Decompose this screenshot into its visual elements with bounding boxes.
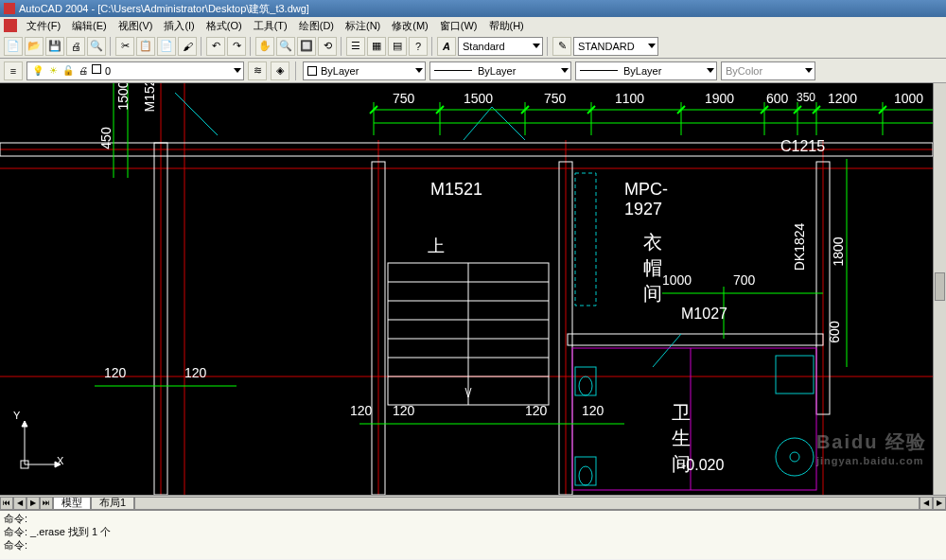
chevron-down-icon	[648, 44, 656, 48]
menu-modify[interactable]: 修改(M)	[386, 19, 434, 33]
dim-style-icon[interactable]: ✎	[552, 37, 571, 56]
dim-750: 750	[393, 91, 414, 106]
dim-1000b: 1000	[662, 272, 692, 288]
dim-120f: 120	[582, 403, 604, 418]
separator	[295, 61, 297, 80]
designcenter-icon[interactable]: ▦	[367, 37, 386, 56]
linetype-preview	[434, 70, 472, 71]
dim-120c: 120	[350, 403, 372, 418]
dim-1800: 1800	[831, 236, 846, 266]
tab-and-scroll-row: ⏮ ◀ ▶ ⏭ 模型 布局1 ◀ ▶	[0, 495, 946, 510]
redo-icon[interactable]: ↷	[227, 37, 246, 56]
svg-point-28	[790, 452, 799, 462]
label-level: -0.020	[681, 457, 724, 474]
dim-120d: 120	[393, 403, 414, 418]
command-line-3: 命令:	[4, 538, 942, 551]
menu-format[interactable]: 格式(O)	[201, 19, 248, 33]
dim-450: 450	[98, 127, 114, 149]
menu-dimension[interactable]: 标注(N)	[340, 19, 386, 33]
dim-700: 700	[733, 272, 755, 288]
tab-next-icon[interactable]: ▶	[26, 497, 40, 510]
chevron-down-icon	[805, 68, 813, 73]
color-combo[interactable]: ByLayer	[303, 61, 426, 80]
menu-help[interactable]: 帮助(H)	[483, 19, 530, 33]
tab-last-icon[interactable]: ⏭	[40, 497, 53, 510]
undo-icon[interactable]: ↶	[206, 37, 225, 56]
layer-combo[interactable]: 💡 ☀ 🔓 🖨 0	[26, 61, 244, 80]
layer-prev-icon[interactable]: ≋	[248, 61, 267, 80]
menu-tools[interactable]: 工具(T)	[248, 19, 293, 33]
scroll-thumb[interactable]	[935, 272, 945, 301]
toolpalettes-icon[interactable]: ▤	[388, 37, 407, 56]
text-style-icon[interactable]: A	[437, 37, 456, 56]
svg-point-27	[776, 438, 814, 476]
dim-1100: 1100	[615, 91, 644, 106]
menu-bar: 文件(F) 编辑(E) 视图(V) 插入(I) 格式(O) 工具(T) 绘图(D…	[0, 17, 946, 34]
layer-name: 0	[105, 65, 111, 77]
zoom-prev-icon[interactable]: ⟲	[318, 37, 337, 56]
toolbar-main: 📄 📂 💾 🖨 🔍 ✂ 📋 📄 🖌 ↶ ↷ ✋ 🔍 🔲 ⟲ ☰ ▦ ▤ ? A …	[0, 34, 946, 59]
preview-icon[interactable]: 🔍	[87, 37, 106, 56]
layer-states-icon[interactable]: ◈	[271, 61, 289, 80]
plotstyle-value: ByColor	[726, 65, 762, 77]
lineweight-combo[interactable]: ByLayer	[575, 61, 717, 80]
lock-icon: 🔓	[61, 64, 75, 78]
zoom-realtime-icon[interactable]: 🔍	[276, 37, 295, 56]
scrollbar-horizontal[interactable]	[134, 497, 920, 510]
match-icon[interactable]: 🖌	[178, 37, 197, 56]
dim-1000: 1000	[894, 91, 923, 106]
copy-icon[interactable]: 📋	[136, 37, 155, 56]
tab-prev-icon[interactable]: ◀	[13, 497, 26, 510]
chevron-down-icon	[533, 44, 540, 48]
autocad-icon[interactable]	[4, 19, 17, 32]
svg-point-23	[579, 376, 592, 395]
dim-1900: 1900	[705, 91, 734, 106]
properties-icon[interactable]: ☰	[346, 37, 365, 56]
tab-model[interactable]: 模型	[53, 497, 91, 510]
cut-icon[interactable]: ✂	[115, 37, 134, 56]
color-value: ByLayer	[321, 65, 359, 77]
dim-120a: 120	[104, 365, 126, 380]
linetype-combo[interactable]: ByLayer	[429, 61, 571, 80]
zoom-window-icon[interactable]: 🔲	[297, 37, 316, 56]
label-shang: 上	[428, 235, 445, 257]
tab-first-icon[interactable]: ⏮	[0, 497, 13, 510]
text-style-value: Standard	[463, 41, 505, 52]
drawing-canvas[interactable]: 750 1500 750 1100 1900 600 350 1200 1000…	[0, 83, 946, 495]
ucs-icon: Y X	[13, 410, 70, 478]
text-style-combo[interactable]: Standard	[458, 37, 543, 56]
tab-layout1[interactable]: 布局1	[91, 497, 134, 510]
layer-manager-icon[interactable]: ≡	[4, 61, 23, 80]
pan-icon[interactable]: ✋	[255, 37, 274, 56]
dim-style-value: STANDARD	[578, 41, 635, 52]
lightbulb-icon: 💡	[31, 64, 44, 78]
menu-window[interactable]: 窗口(W)	[434, 19, 483, 33]
dim-600: 600	[766, 91, 788, 106]
menu-edit[interactable]: 编辑(E)	[66, 19, 113, 33]
scrollbar-vertical[interactable]	[933, 83, 946, 495]
print-icon[interactable]: 🖨	[66, 37, 85, 56]
lineweight-value: ByLayer	[623, 65, 661, 77]
menu-file[interactable]: 文件(F)	[21, 19, 66, 33]
new-icon[interactable]: 📄	[4, 37, 23, 56]
command-window[interactable]: 命令: 命令: _.erase 找到 1 个 命令:	[0, 510, 946, 559]
menu-view[interactable]: 视图(V)	[113, 19, 159, 33]
dim-style-combo[interactable]: STANDARD	[573, 37, 658, 56]
save-icon[interactable]: 💾	[45, 37, 64, 56]
scroll-left-icon[interactable]: ◀	[920, 497, 933, 510]
title-bar: AutoCAD 2004 - [C:\Users\Administrator\D…	[0, 0, 946, 17]
plotstyle-combo[interactable]: ByColor	[721, 61, 815, 80]
command-line-1: 命令:	[4, 512, 942, 525]
help-icon[interactable]: ?	[409, 37, 428, 56]
app-icon	[4, 3, 15, 14]
svg-rect-24	[575, 457, 596, 485]
open-icon[interactable]: 📂	[25, 37, 44, 56]
separator	[110, 37, 112, 56]
scroll-right-icon[interactable]: ▶	[933, 497, 946, 510]
separator	[341, 37, 342, 56]
paste-icon[interactable]: 📄	[157, 37, 176, 56]
lineweight-preview	[580, 70, 618, 71]
dim-350: 350	[797, 91, 815, 104]
menu-insert[interactable]: 插入(I)	[158, 19, 200, 33]
menu-draw[interactable]: 绘图(D)	[293, 19, 340, 33]
